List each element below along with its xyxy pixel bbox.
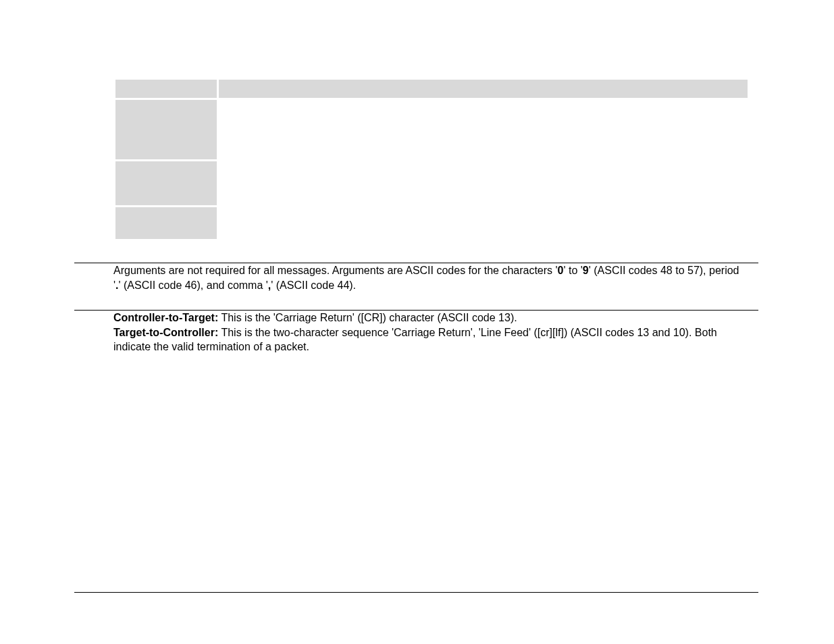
text: ' to ' (564, 265, 583, 276)
bold-zero: 0 (558, 265, 564, 276)
ctt-text: This is the 'Carriage Return' ([CR]) cha… (218, 312, 517, 323)
table-row (115, 161, 748, 205)
controller-to-target-paragraph: Controller-to-Target: This is the 'Carri… (113, 311, 739, 325)
terminator-section: Controller-to-Target: This is the 'Carri… (113, 311, 739, 354)
text: ' (ASCII code 46), and comma ' (119, 279, 268, 291)
bold-nine: 9 (583, 265, 589, 276)
table-header-row (115, 80, 748, 98)
text: ' (ASCII code 44). (271, 279, 356, 291)
ctt-label: Controller-to-Target: (113, 312, 218, 323)
header-cell-code (115, 80, 217, 98)
arguments-paragraph: Arguments are not required for all messa… (113, 263, 739, 292)
cell-code (115, 100, 217, 159)
cell-desc (219, 100, 748, 159)
table-row (115, 100, 748, 159)
cell-code (115, 207, 217, 239)
ttc-label: Target-to-Controller: (113, 327, 218, 338)
codes-table (113, 78, 750, 241)
header-cell-desc (219, 80, 748, 98)
document-page: Arguments are not required for all messa… (0, 0, 834, 644)
codes-table-wrap (113, 78, 750, 241)
cell-desc (219, 207, 748, 239)
cell-desc (219, 161, 748, 205)
footer-divider (74, 592, 758, 593)
cell-code (115, 161, 217, 205)
arguments-section: Arguments are not required for all messa… (113, 263, 739, 292)
table-row (115, 207, 748, 239)
target-to-controller-paragraph: Target-to-Controller: This is the two-ch… (113, 325, 739, 354)
text: Arguments are not required for all messa… (113, 265, 558, 276)
content-area: Arguments are not required for all messa… (74, 0, 758, 354)
